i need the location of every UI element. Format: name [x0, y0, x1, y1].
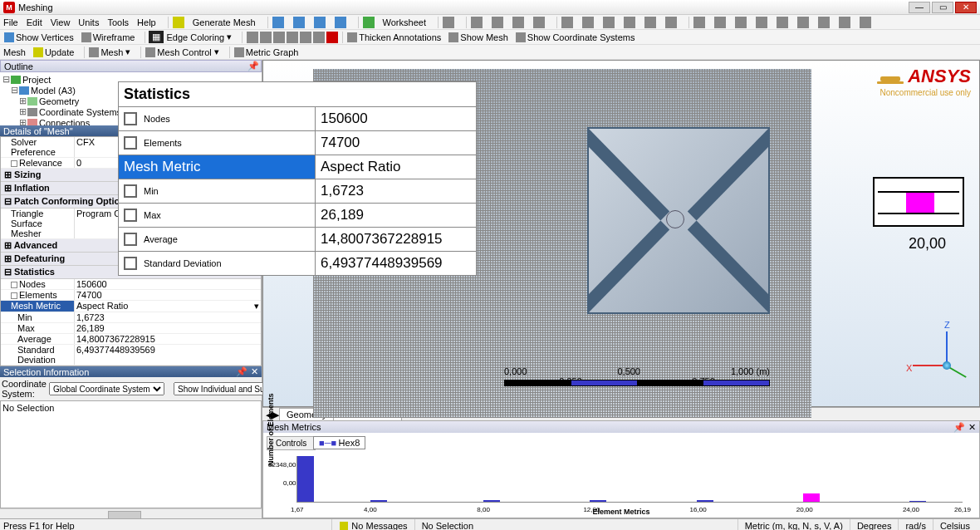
- edge-coloring-button[interactable]: ▦ Edge Coloring ▾: [149, 31, 232, 43]
- pan-icon[interactable]: [714, 17, 726, 28]
- minimize-button[interactable]: —: [909, 2, 930, 13]
- chart-bar[interactable]: [590, 500, 606, 502]
- stats-row-nodes[interactable]: Nodes150600: [119, 106, 476, 130]
- toolbar-icon[interactable]: [272, 17, 284, 28]
- scale-bar: 0,0000,5001,000 (m) 0,2500,750: [504, 366, 770, 386]
- chart-bar[interactable]: [370, 500, 387, 502]
- toolbar-icon[interactable]: [860, 17, 871, 28]
- stats-row-elements[interactable]: Elements74700: [119, 130, 476, 155]
- rotate-icon[interactable]: [693, 17, 705, 28]
- toolbar-view: Show Vertices Wireframe ▦ Edge Coloring …: [0, 30, 980, 45]
- toolbar-icon[interactable]: [471, 17, 483, 28]
- wireframe-button[interactable]: Wireframe: [81, 32, 135, 42]
- toolbar-icon[interactable]: [624, 17, 635, 28]
- toolbar-icon[interactable]: [293, 17, 305, 28]
- graduation-cap-icon: [875, 71, 905, 88]
- axis-triad[interactable]: Z X: [904, 323, 971, 381]
- menu-view[interactable]: View: [51, 17, 71, 27]
- mesh-control-dropdown[interactable]: Mesh Control ▾: [145, 47, 218, 57]
- toolbar-icon[interactable]: [582, 17, 594, 28]
- menu-bar: File Edit View Units Tools Help Generate…: [0, 15, 980, 30]
- metrics-pin-button[interactable]: 📌: [953, 422, 965, 433]
- edge-icon[interactable]: [273, 32, 285, 43]
- metrics-close-button[interactable]: ✕: [968, 422, 976, 433]
- std-key: Standard Deviation: [1, 345, 74, 365]
- edge-icon[interactable]: [247, 32, 258, 43]
- stats-row-mesh-metric[interactable]: Mesh MetricAspect Ratio: [119, 155, 476, 179]
- chart-bar[interactable]: [483, 500, 500, 502]
- window-title: Meshing: [18, 2, 53, 12]
- selinfo-pin-button[interactable]: 📌: [236, 366, 247, 377]
- thicken-annotations-button[interactable]: Thicken Annotations: [346, 32, 441, 42]
- outline-panel-header: Outline 📌: [0, 60, 262, 72]
- mesh-metric-value[interactable]: Aspect Ratio▾: [74, 301, 261, 312]
- show-vertices-button[interactable]: Show Vertices: [3, 32, 74, 42]
- avg-key: Average: [1, 334, 74, 344]
- toolbar-icon[interactable]: [839, 17, 850, 28]
- chart-xlabel: Element Metrics: [592, 508, 649, 516]
- update-button[interactable]: Update: [32, 47, 74, 57]
- toolbar-icon[interactable]: [603, 17, 615, 28]
- selinfo-title: Selection Information: [3, 367, 89, 377]
- chart-ymax: 32348,00: [268, 461, 296, 469]
- mesh-dropdown[interactable]: Mesh ▾: [88, 47, 130, 57]
- stats-row-average[interactable]: Average14,8007367228915: [119, 227, 476, 251]
- toolbar-icon[interactable]: [665, 17, 677, 28]
- status-selection: No Selection: [414, 519, 480, 530]
- chart-area[interactable]: 1,67 4,00 8,00 12,00 16,00 20,00 24,00 2…: [296, 456, 963, 503]
- menu-file[interactable]: File: [3, 17, 18, 27]
- edge-icon[interactable]: [313, 32, 325, 43]
- toolbar-icon[interactable]: [314, 17, 326, 28]
- show-cs-button[interactable]: Show Coordinate Systems: [515, 32, 635, 42]
- zoom-icon[interactable]: [735, 17, 747, 28]
- selinfo-scrollbar[interactable]: [0, 508, 262, 518]
- zoom-fit-icon[interactable]: [756, 17, 767, 28]
- menu-edit[interactable]: Edit: [27, 17, 42, 27]
- toolbar-icon[interactable]: [797, 17, 809, 28]
- toolbar-icon[interactable]: [561, 17, 573, 28]
- menu-tools[interactable]: Tools: [107, 17, 129, 27]
- cs-select[interactable]: Global Coordinate System: [49, 382, 164, 395]
- toolbar-icon[interactable]: [512, 17, 524, 28]
- chart-bar[interactable]: [909, 501, 926, 502]
- worksheet-icon[interactable]: [363, 17, 375, 28]
- toolbar-icon[interactable]: [818, 17, 830, 28]
- chevron-down-icon[interactable]: ▾: [254, 301, 259, 312]
- metric-graph-button[interactable]: Metric Graph: [233, 47, 299, 57]
- chart-bar-highlighted[interactable]: [803, 493, 820, 502]
- close-button[interactable]: ✕: [955, 2, 977, 13]
- menu-help[interactable]: Help: [137, 17, 156, 27]
- edge-icon[interactable]: [287, 32, 298, 43]
- mesh-metric-key: Mesh Metric: [1, 301, 74, 312]
- avg-value: 14,8007367228915: [74, 334, 261, 344]
- stats-row-std[interactable]: Standard Deviation6,49377448939569: [119, 251, 476, 275]
- edge-icon[interactable]: [260, 32, 272, 43]
- app-icon: M: [3, 2, 15, 13]
- elements-value: 74700: [74, 290, 261, 300]
- toolbar-icon[interactable]: [492, 17, 503, 28]
- chart-ymin: 0,00: [283, 479, 296, 487]
- zoom-box-icon[interactable]: [777, 17, 788, 28]
- maximize-button[interactable]: ▭: [932, 2, 953, 13]
- status-messages[interactable]: No Messages: [331, 519, 414, 530]
- chart-bar[interactable]: [697, 500, 713, 502]
- connections-icon: [27, 119, 37, 126]
- toolbar-icon[interactable]: [533, 17, 545, 28]
- elements-key: Elements: [1, 290, 74, 300]
- outline-pin-button[interactable]: 📌: [247, 61, 257, 71]
- worksheet-button[interactable]: Worksheet: [383, 17, 426, 27]
- selinfo-close-button[interactable]: ✕: [251, 366, 258, 377]
- toolbar-icon[interactable]: [644, 17, 656, 28]
- edge-icon[interactable]: [300, 32, 311, 43]
- toolbar-icon[interactable]: [335, 17, 346, 28]
- stats-row-min[interactable]: Min1,6723: [119, 179, 476, 203]
- chart-bar[interactable]: [297, 456, 314, 502]
- menu-units[interactable]: Units: [78, 17, 99, 27]
- title-bar: M Meshing — ▭ ✕: [0, 0, 980, 15]
- generate-mesh-button[interactable]: Generate Mesh: [193, 17, 256, 27]
- stats-row-max[interactable]: Max26,189: [119, 203, 476, 227]
- edge-icon[interactable]: [326, 32, 338, 43]
- generate-mesh-icon[interactable]: [173, 17, 184, 28]
- show-mesh-button[interactable]: Show Mesh: [448, 32, 507, 42]
- select-icon[interactable]: [443, 17, 454, 28]
